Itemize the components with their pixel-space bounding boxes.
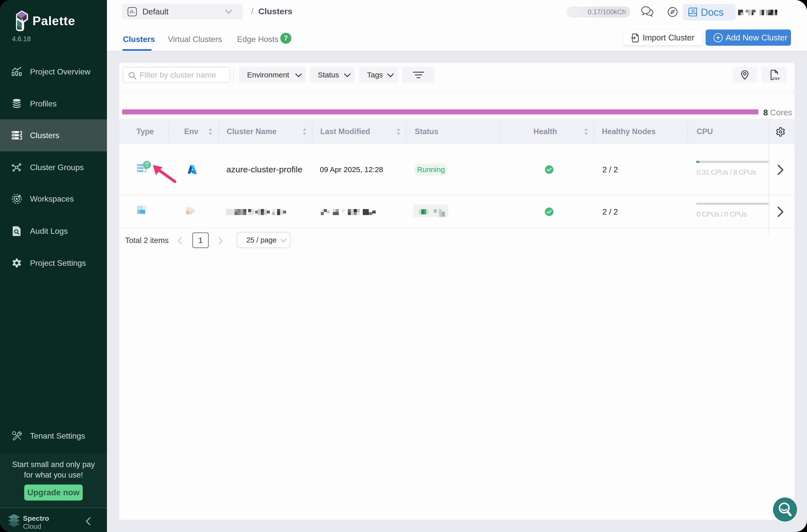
svg-text:CSV: CSV	[772, 77, 780, 80]
